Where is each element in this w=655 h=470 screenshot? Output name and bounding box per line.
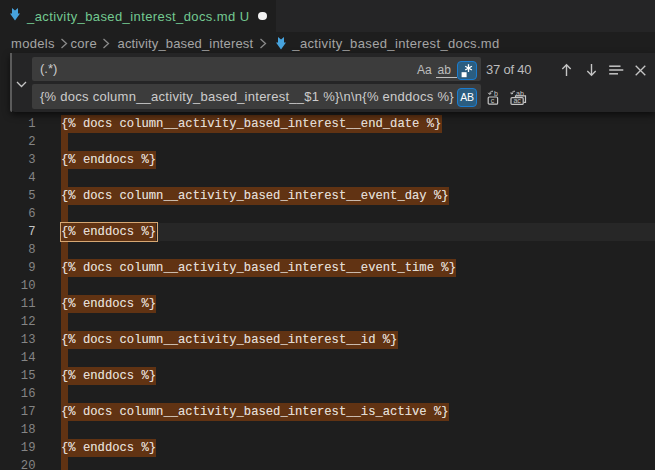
svg-text:b: b — [494, 90, 498, 97]
svg-text:c: c — [490, 97, 494, 104]
svg-text:ac: ac — [513, 97, 521, 104]
